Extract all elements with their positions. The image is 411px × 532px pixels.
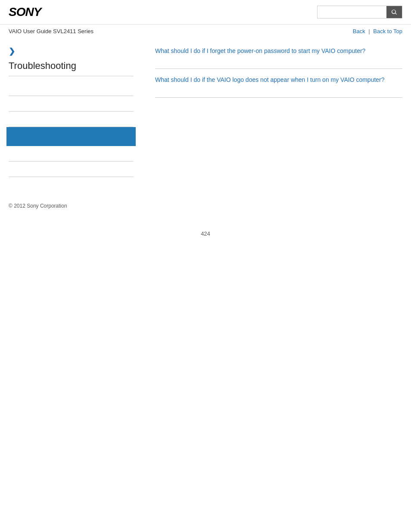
content-divider-2 (155, 97, 402, 98)
page-number: 424 (0, 218, 411, 250)
breadcrumb-bar: VAIO User Guide SVL2411 Series Back | Ba… (0, 25, 411, 38)
sidebar-item-2 (9, 96, 134, 112)
footer-copyright: © 2012 Sony Corporation (0, 186, 411, 218)
sidebar: ❯ Troubleshooting (9, 47, 142, 177)
sidebar-item-5 (9, 146, 134, 162)
sony-logo: SONY (9, 5, 41, 19)
search-input[interactable] (318, 7, 386, 18)
content-area: What should I do if I forget the power-o… (142, 47, 402, 177)
guide-title: VAIO User Guide SVL2411 Series (9, 28, 93, 34)
sidebar-title: Troubleshooting (9, 60, 134, 76)
main-content: ❯ Troubleshooting What should I do if I … (0, 38, 411, 186)
copyright-text: © 2012 Sony Corporation (9, 203, 67, 209)
search-button[interactable] (386, 6, 402, 18)
sidebar-item-active[interactable] (6, 127, 136, 146)
content-link-2[interactable]: What should I do if the VAIO logo does n… (155, 75, 402, 91)
sidebar-item-6 (9, 162, 134, 177)
breadcrumb-separator: | (368, 28, 370, 34)
search-box (317, 6, 402, 19)
content-divider-1 (155, 68, 402, 69)
search-icon (391, 9, 398, 16)
sidebar-item-1 (9, 81, 134, 96)
page-number-text: 424 (201, 230, 210, 237)
content-link-1[interactable]: What should I do if I forget the power-o… (155, 47, 402, 62)
header: SONY (0, 0, 411, 25)
sidebar-item-3 (9, 112, 134, 127)
back-link[interactable]: Back (353, 28, 365, 34)
breadcrumb-nav: Back | Back to Top (353, 28, 402, 34)
sidebar-chevron[interactable]: ❯ (9, 47, 134, 56)
back-to-top-link[interactable]: Back to Top (373, 28, 402, 34)
